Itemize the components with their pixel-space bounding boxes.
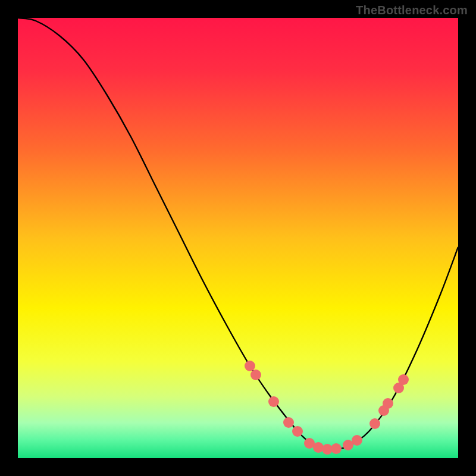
curve-marker — [268, 396, 279, 407]
attribution-text: TheBottleneck.com — [356, 4, 468, 17]
curve-marker — [245, 361, 255, 371]
curve-marker — [313, 442, 324, 453]
curve-marker — [283, 417, 294, 428]
chart-frame: TheBottleneck.com — [0, 0, 476, 476]
curve-marker — [250, 369, 261, 380]
curve-layer — [18, 18, 458, 458]
curve-marker — [369, 418, 380, 429]
plot-area — [18, 18, 458, 458]
curve-marker — [383, 398, 393, 409]
bottleneck-curve — [18, 18, 458, 449]
curve-marker — [352, 435, 362, 446]
curve-marker — [398, 374, 409, 385]
curve-marker — [331, 443, 342, 454]
curve-markers — [245, 361, 409, 455]
curve-marker — [292, 426, 303, 437]
